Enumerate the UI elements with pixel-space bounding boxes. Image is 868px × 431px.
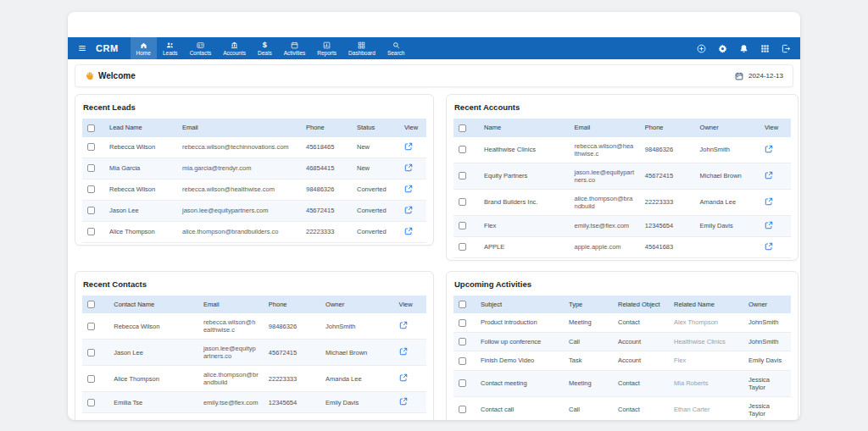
- nav-item-dashboard[interactable]: Dashboard: [342, 37, 381, 59]
- view-icon[interactable]: [399, 373, 408, 382]
- row-checkbox[interactable]: [459, 338, 466, 345]
- view-icon[interactable]: [765, 221, 773, 229]
- recent-accounts-table: NameEmailPhoneOwnerViewHealthwise Clinic…: [453, 119, 791, 258]
- cell: Michael Brown: [695, 163, 760, 189]
- column-header[interactable]: Status: [352, 119, 399, 137]
- cell: 45672415: [640, 163, 695, 189]
- cell: Follow up conference: [476, 332, 564, 351]
- column-header[interactable]: Owner: [320, 296, 393, 314]
- select-all-checkbox[interactable]: [87, 301, 95, 308]
- column-header[interactable]: Type: [564, 296, 613, 314]
- row-checkbox[interactable]: [459, 172, 466, 180]
- row-checkbox[interactable]: [87, 375, 95, 383]
- cell: 35678901: [264, 413, 320, 420]
- view-icon[interactable]: [404, 206, 413, 214]
- select-all-checkbox[interactable]: [459, 301, 466, 308]
- nav-item-search[interactable]: Search: [381, 37, 411, 59]
- date-picker[interactable]: 2024-12-13: [735, 69, 783, 84]
- nav-item-home[interactable]: Home: [131, 37, 157, 59]
- row-checkbox[interactable]: [87, 207, 95, 214]
- view-icon[interactable]: [399, 347, 408, 356]
- column-header[interactable]: View: [399, 119, 426, 137]
- row-checkbox[interactable]: [87, 185, 95, 193]
- view-icon[interactable]: [404, 227, 413, 235]
- view-icon[interactable]: [765, 171, 773, 180]
- cell: Ethan Carter: [669, 396, 743, 420]
- row-checkbox[interactable]: [87, 349, 95, 356]
- column-header[interactable]: Owner: [695, 119, 760, 137]
- column-header[interactable]: Email: [198, 296, 264, 314]
- column-header[interactable]: View: [394, 296, 426, 314]
- welcome-bar: Welcome 2024-12-13: [75, 64, 793, 87]
- column-header[interactable]: Name: [479, 119, 569, 137]
- nav-item-reports[interactable]: Reports: [311, 37, 342, 59]
- column-header[interactable]: Email: [570, 119, 640, 137]
- brand-title: CRM: [96, 43, 119, 53]
- view-icon[interactable]: [404, 185, 413, 193]
- nav-item-accounts[interactable]: Accounts: [217, 37, 252, 59]
- row-checkbox[interactable]: [87, 143, 95, 151]
- column-header[interactable]: Owner: [743, 296, 791, 314]
- wave-icon: [85, 69, 94, 84]
- settings-icon[interactable]: [716, 42, 728, 54]
- view-icon[interactable]: [765, 145, 773, 153]
- row-checkbox[interactable]: [459, 198, 466, 206]
- row-checkbox[interactable]: [87, 399, 95, 406]
- accounts-icon: [231, 41, 238, 49]
- row-checkbox[interactable]: [87, 164, 95, 172]
- column-header[interactable]: Subject: [476, 296, 564, 314]
- row-checkbox[interactable]: [459, 319, 466, 327]
- select-all-checkbox[interactable]: [87, 124, 95, 132]
- cell: Healthwise Clinics: [669, 332, 743, 351]
- row-checkbox[interactable]: [459, 146, 466, 153]
- cell: 45641683: [640, 236, 695, 257]
- cell: Mia Roberts: [669, 370, 743, 396]
- view-icon[interactable]: [404, 142, 413, 151]
- column-header[interactable]: Phone: [264, 296, 320, 314]
- table-row: Rebecca Wilsonrebecca.wilson@techinnovat…: [82, 137, 426, 158]
- cell: Contact: [613, 370, 669, 396]
- nav-item-activities[interactable]: Activities: [278, 37, 312, 59]
- view-icon[interactable]: [399, 397, 408, 406]
- row-checkbox[interactable]: [459, 379, 466, 387]
- row-checkbox[interactable]: [459, 357, 466, 365]
- table-row: Alice Thompsonalice.thompson@brandbuild2…: [82, 366, 426, 392]
- select-all-checkbox[interactable]: [459, 124, 466, 132]
- cell: Jane Smith: [108, 413, 198, 420]
- add-icon[interactable]: [695, 42, 707, 54]
- column-header[interactable]: Related Name: [669, 296, 743, 314]
- cell: Flex: [479, 215, 569, 236]
- row-checkbox[interactable]: [459, 222, 466, 229]
- column-header[interactable]: Contact Name: [108, 296, 198, 314]
- row-checkbox[interactable]: [87, 323, 95, 330]
- cell: Converted: [352, 179, 399, 200]
- column-header[interactable]: View: [760, 119, 791, 137]
- cell: 98486326: [301, 179, 352, 200]
- logout-icon[interactable]: [780, 42, 792, 54]
- row-checkbox[interactable]: [459, 243, 466, 251]
- column-header[interactable]: Related Object: [613, 296, 669, 314]
- recent-leads-table: Lead NameEmailPhoneStatusViewRebecca Wil…: [82, 119, 426, 243]
- menu-icon[interactable]: [76, 42, 88, 54]
- navbar-actions: [695, 42, 792, 54]
- column-header[interactable]: Email: [177, 119, 301, 137]
- view-icon[interactable]: [765, 197, 773, 206]
- row-checkbox[interactable]: [459, 406, 466, 413]
- view-icon[interactable]: [765, 242, 773, 251]
- cell: Rebecca Wilson: [104, 179, 177, 200]
- nav-item-deals[interactable]: $ Deals: [252, 37, 278, 59]
- cell: Jessica Taylor: [743, 396, 791, 420]
- table-row: Jason Leejason.lee@equitypartners.com456…: [82, 200, 426, 221]
- view-icon[interactable]: [404, 163, 413, 172]
- cell: Emily Davis: [695, 215, 760, 236]
- apps-icon[interactable]: [759, 42, 771, 54]
- row-checkbox[interactable]: [87, 228, 95, 235]
- column-header[interactable]: Phone: [301, 119, 352, 137]
- nav-item-contacts[interactable]: Contacts: [184, 37, 218, 59]
- cell: Call: [564, 332, 613, 351]
- view-icon[interactable]: [399, 321, 408, 329]
- nav-item-leads[interactable]: Leads: [157, 37, 184, 59]
- column-header[interactable]: Phone: [640, 119, 695, 137]
- notifications-icon[interactable]: [737, 42, 749, 54]
- column-header[interactable]: Lead Name: [104, 119, 177, 137]
